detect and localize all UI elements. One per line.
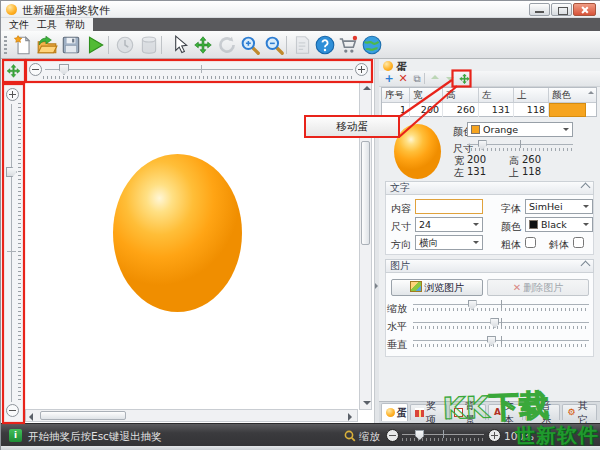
zoom-out-icon[interactable] bbox=[263, 34, 285, 56]
history-icon bbox=[114, 34, 136, 56]
move-egg-icon bbox=[458, 73, 471, 86]
zoom-in-icon[interactable] bbox=[239, 34, 261, 56]
direction-dropdown[interactable]: 横向 bbox=[415, 235, 483, 250]
table-scroll-icon[interactable] bbox=[588, 91, 594, 94]
hruler-plus-button[interactable] bbox=[355, 63, 368, 76]
move-down-button[interactable] bbox=[443, 72, 457, 86]
tab-music[interactable]: ♪音乐 bbox=[525, 404, 560, 420]
image-vertical-slider[interactable] bbox=[413, 336, 589, 349]
tab-background[interactable]: 背景 bbox=[449, 404, 486, 420]
egg-table: 序号 宽 高 左 上 颜色 1 200 260 131 118 bbox=[381, 87, 597, 117]
image-scale-slider[interactable] bbox=[413, 300, 589, 313]
menu-help[interactable]: 帮助 bbox=[65, 18, 85, 31]
bold-checkbox[interactable] bbox=[525, 237, 536, 248]
scroll-down-icon[interactable] bbox=[363, 401, 371, 405]
copy-egg-button[interactable]: ⧉ bbox=[410, 72, 424, 86]
close-button[interactable] bbox=[573, 3, 596, 16]
new-file-icon[interactable] bbox=[12, 34, 34, 56]
move-icon[interactable] bbox=[192, 34, 214, 56]
hruler-ticks bbox=[43, 76, 355, 79]
panel-tab-bar: 蛋 奖项 背景 A文本 ♪音乐 ⚙其它 bbox=[379, 401, 600, 423]
canvas-hscrollbar[interactable] bbox=[25, 409, 358, 422]
tab-other[interactable]: ⚙其它 bbox=[562, 404, 597, 420]
maximize-icon bbox=[558, 7, 568, 15]
col-index: 序号 bbox=[382, 88, 410, 102]
move-egg-tooltip: 移动蛋 bbox=[304, 115, 400, 138]
open-folder-icon[interactable] bbox=[36, 34, 58, 56]
save-icon[interactable] bbox=[60, 34, 82, 56]
move-egg-button[interactable] bbox=[457, 72, 471, 86]
window-resize-strip bbox=[1, 446, 600, 450]
col-left: 左 bbox=[479, 88, 514, 102]
status-zoom-in-button[interactable] bbox=[488, 429, 501, 442]
browse-image-button[interactable]: 浏览图片 bbox=[391, 279, 483, 296]
help-icon[interactable] bbox=[314, 34, 336, 56]
web-icon[interactable] bbox=[361, 34, 383, 56]
egg-object[interactable] bbox=[113, 154, 242, 312]
minimize-icon bbox=[535, 11, 544, 13]
cursor-icon[interactable] bbox=[168, 34, 190, 56]
image-horizontal-slider[interactable] bbox=[413, 318, 589, 331]
picture-icon bbox=[454, 408, 463, 417]
egg-size-slider[interactable] bbox=[467, 140, 573, 153]
canvas-move-corner[interactable] bbox=[2, 59, 25, 82]
run-icon[interactable] bbox=[84, 34, 106, 56]
egg-height-value: 260 bbox=[522, 154, 541, 165]
status-message: 开始抽奖后按Esc键退出抽奖 bbox=[28, 430, 161, 444]
vruler-ticks bbox=[18, 103, 21, 403]
font-color-dropdown[interactable]: Black bbox=[525, 217, 593, 232]
hscroll-thumb[interactable] bbox=[40, 411, 126, 420]
app-window: 世新砸蛋抽奖软件 文件 工具 帮助 bbox=[0, 0, 600, 450]
vertical-ruler[interactable] bbox=[2, 83, 25, 423]
add-egg-button[interactable]: + bbox=[382, 72, 396, 86]
hruler-thumb[interactable] bbox=[59, 64, 69, 75]
image-section-header[interactable]: 图片 bbox=[385, 259, 594, 273]
status-zoom-slider[interactable] bbox=[402, 430, 484, 443]
delete-x-icon: ✕ bbox=[513, 280, 521, 295]
window-title: 世新砸蛋抽奖软件 bbox=[22, 3, 110, 18]
status-zoom-out-button[interactable] bbox=[386, 429, 399, 442]
vruler-thumb[interactable] bbox=[6, 167, 17, 177]
font-size-dropdown[interactable]: 24 bbox=[415, 217, 483, 232]
egg-table-header: 序号 宽 高 左 上 颜色 bbox=[382, 88, 596, 103]
col-width: 宽 bbox=[410, 88, 443, 102]
col-height: 高 bbox=[443, 88, 479, 102]
scroll-up-icon[interactable] bbox=[363, 86, 371, 90]
egg-color-dropdown[interactable]: Orange bbox=[467, 122, 573, 137]
move-up-button[interactable] bbox=[428, 72, 442, 86]
tab-egg[interactable]: 蛋 bbox=[381, 403, 408, 421]
tab-text[interactable]: A文本 bbox=[488, 404, 523, 420]
app-egg-icon bbox=[6, 4, 17, 15]
text-content-input[interactable] bbox=[415, 199, 483, 214]
font-dropdown[interactable]: SimHei bbox=[525, 199, 593, 214]
text-a-icon: A bbox=[493, 408, 502, 417]
menu-file[interactable]: 文件 bbox=[9, 18, 29, 31]
scroll-left-icon[interactable] bbox=[29, 413, 33, 421]
text-section-header[interactable]: 文字 bbox=[385, 181, 594, 195]
hruler-minus-button[interactable] bbox=[29, 63, 42, 76]
vruler-minus-button[interactable] bbox=[6, 404, 19, 417]
menu-bar: 文件 工具 帮助 bbox=[1, 18, 600, 31]
egg-preview bbox=[394, 124, 441, 179]
delete-egg-button[interactable]: ✕ bbox=[396, 72, 410, 86]
egg-width-value: 200 bbox=[467, 154, 486, 165]
maximize-button[interactable] bbox=[551, 3, 572, 16]
horizontal-ruler[interactable] bbox=[25, 59, 373, 82]
scroll-right-icon[interactable] bbox=[348, 413, 352, 421]
hruler-center-tick bbox=[201, 65, 202, 73]
report-icon bbox=[291, 34, 313, 56]
panel-egg-icon bbox=[383, 61, 393, 71]
egg-table-row[interactable]: 1 200 260 131 118 bbox=[382, 103, 596, 117]
col-top: 上 bbox=[514, 88, 549, 102]
toolbar-grip bbox=[4, 36, 7, 54]
vscroll-thumb[interactable] bbox=[361, 141, 370, 245]
menu-tools[interactable]: 工具 bbox=[37, 18, 57, 31]
status-bar: i 开始抽奖后按Esc键退出抽奖 缩放 100% bbox=[1, 423, 600, 446]
minimize-button[interactable] bbox=[529, 3, 550, 16]
tab-prizes[interactable]: 奖项 bbox=[410, 404, 447, 420]
italic-checkbox[interactable] bbox=[573, 237, 584, 248]
vruler-plus-button[interactable] bbox=[6, 88, 19, 101]
cart-icon[interactable] bbox=[337, 34, 359, 56]
orange-swatch bbox=[471, 125, 480, 134]
gear-icon: ⚙ bbox=[567, 408, 576, 417]
